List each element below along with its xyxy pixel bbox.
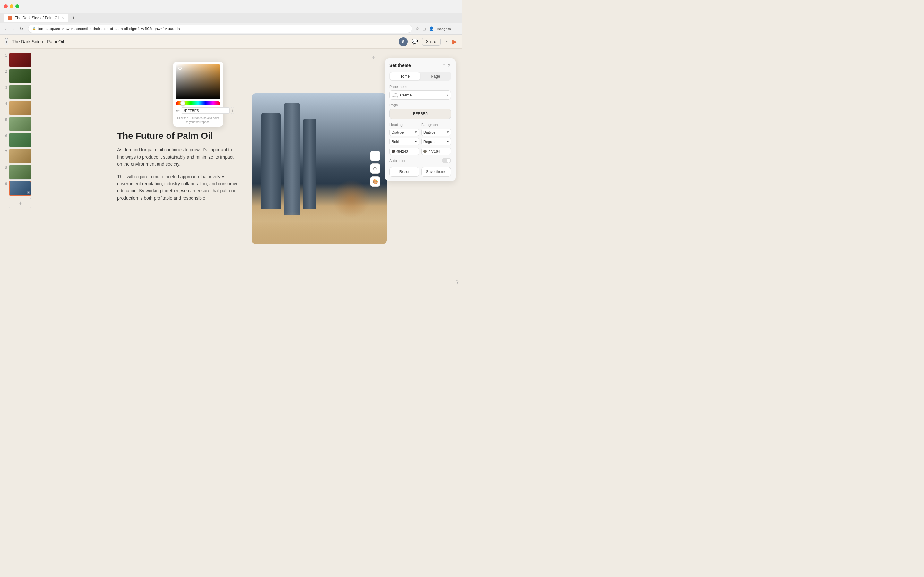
- slide-thumb-5[interactable]: 5: [3, 117, 33, 131]
- avatar-button[interactable]: S: [399, 37, 408, 46]
- header-actions: S 💬 Share ··· ▶: [399, 37, 457, 46]
- theme-selector[interactable]: Title Body Creme ▾: [389, 90, 451, 100]
- tab-tome[interactable]: Tome: [390, 73, 420, 80]
- building-3: [303, 119, 316, 209]
- active-tab[interactable]: The Dark Side of Palm Oil ✕: [4, 14, 68, 22]
- slide-title: The Future of Palm Oil: [117, 131, 239, 141]
- hex-input[interactable]: [181, 107, 230, 114]
- slide-preview-4[interactable]: [9, 101, 31, 115]
- slide-preview-1[interactable]: [9, 53, 31, 67]
- slide-number-5: 5: [3, 118, 7, 121]
- browser-chrome: [0, 0, 462, 13]
- heading-color-value: 484240: [396, 149, 408, 153]
- add-element-button[interactable]: +: [370, 151, 380, 161]
- color-theme-button[interactable]: 🎨: [370, 176, 380, 187]
- paragraph-font-selector[interactable]: Diatype ▾: [421, 129, 451, 136]
- play-button[interactable]: ▶: [452, 38, 457, 45]
- panel-title: Set theme: [389, 63, 411, 68]
- slide-thumb-1[interactable]: 1: [3, 53, 33, 67]
- drag-handle[interactable]: ⠿: [443, 64, 445, 67]
- tab-bar: The Dark Side of Palm Oil ✕ +: [0, 13, 462, 23]
- eyedropper-button[interactable]: ✏: [176, 108, 180, 113]
- slide-number-6: 6: [3, 134, 7, 137]
- add-color-button[interactable]: +: [231, 107, 234, 114]
- hue-handle[interactable]: [180, 101, 186, 106]
- bookmark-icon[interactable]: ☆: [415, 26, 420, 31]
- back-button[interactable]: ‹: [5, 38, 8, 45]
- slide-preview-7[interactable]: [9, 149, 31, 163]
- slide-thumb-9[interactable]: 9 S: [3, 181, 33, 195]
- paragraph-font-value: Diatype: [423, 131, 435, 134]
- slide-thumb-7[interactable]: 7: [3, 149, 33, 163]
- font-labels-row: Heading Paragraph: [389, 123, 451, 127]
- slide-thumb-2[interactable]: 2: [3, 69, 33, 83]
- minimize-button[interactable]: [10, 5, 13, 8]
- slide-thumb-8[interactable]: 8: [3, 165, 33, 179]
- slide-preview-9[interactable]: S: [9, 181, 31, 195]
- paragraph-weight-selector[interactable]: Regular ▾: [421, 138, 451, 145]
- target-button[interactable]: ⊙: [370, 163, 380, 174]
- panel-close-button[interactable]: ✕: [447, 63, 451, 68]
- account-icon[interactable]: 👤: [429, 26, 434, 31]
- url-text: tome.app/sarahsworkspace/the-dark-side-o…: [38, 27, 180, 31]
- extensions-icon[interactable]: ⊞: [422, 26, 426, 31]
- refresh-button[interactable]: ↻: [18, 25, 25, 33]
- help-button[interactable]: ?: [456, 279, 459, 285]
- heading-color-item[interactable]: 484240: [389, 148, 419, 155]
- back-nav-button[interactable]: ‹: [4, 25, 8, 33]
- paragraph-color-item[interactable]: 777164: [421, 148, 451, 155]
- page-color-swatch[interactable]: EFEBE5: [389, 109, 451, 119]
- title-label: Title: [393, 92, 398, 95]
- tab-close-button[interactable]: ✕: [62, 16, 65, 20]
- building-1: [262, 113, 281, 209]
- slide-preview-8[interactable]: [9, 165, 31, 179]
- address-bar: ‹ › ↻ 🔒 tome.app/sarahsworkspace/the-dar…: [0, 23, 462, 35]
- slide-thumb-3[interactable]: 3: [3, 85, 33, 99]
- color-hint: Click the + button to save a color to yo…: [176, 116, 220, 124]
- url-bar[interactable]: 🔒 tome.app/sarahsworkspace/the-dark-side…: [28, 25, 412, 33]
- heading-font-chevron: ▾: [415, 130, 417, 134]
- reset-button[interactable]: Reset: [389, 167, 419, 177]
- tab-title: The Dark Side of Palm Oil: [15, 16, 59, 20]
- hue-slider[interactable]: [176, 101, 220, 105]
- slide-body-2: This will require a multi-faceted approa…: [117, 173, 239, 202]
- main-layout: 1 2 3 4 5 6 7 8: [0, 49, 462, 288]
- chat-icon[interactable]: 💬: [412, 39, 418, 45]
- app-header: ‹ The Dark Side of Palm Oil S 💬 Share ··…: [0, 35, 462, 49]
- paragraph-color-dot: [423, 150, 427, 153]
- slide-preview-2[interactable]: [9, 69, 31, 83]
- color-dot-row: 484240 777164: [389, 148, 451, 155]
- slide-preview-5[interactable]: [9, 117, 31, 131]
- share-button[interactable]: Share: [422, 38, 441, 45]
- heading-weight-chevron: ▾: [415, 139, 417, 143]
- menu-icon[interactable]: ⋮: [454, 26, 458, 31]
- paragraph-weight-chevron: ▾: [447, 139, 449, 143]
- heading-font-selector[interactable]: Diatype ▾: [389, 129, 419, 136]
- right-toolbar: + ⊙ 🎨: [370, 151, 380, 187]
- heading-weight-selector[interactable]: Bold ▾: [389, 138, 419, 145]
- close-button[interactable]: [4, 5, 8, 8]
- color-gradient[interactable]: [176, 64, 220, 99]
- tab-page[interactable]: Page: [421, 73, 451, 80]
- expand-button[interactable]: ✛: [372, 55, 375, 60]
- auto-color-label: Auto color: [389, 159, 405, 163]
- slide-preview-3[interactable]: [9, 85, 31, 99]
- theme-icons: Title Body: [393, 92, 398, 98]
- more-options-button[interactable]: ···: [444, 39, 449, 45]
- paragraph-color-value: 777164: [428, 149, 440, 153]
- slide-thumb-6[interactable]: 6: [3, 133, 33, 147]
- new-tab-button[interactable]: +: [69, 15, 78, 21]
- slide-thumb-4[interactable]: 4: [3, 101, 33, 115]
- maximize-button[interactable]: [15, 5, 19, 8]
- slide-number-9: 9: [3, 182, 7, 185]
- auto-color-toggle[interactable]: [442, 158, 451, 163]
- add-slide-button[interactable]: +: [9, 198, 31, 208]
- forward-nav-button[interactable]: ›: [11, 25, 15, 33]
- picker-handle[interactable]: [178, 67, 182, 70]
- paragraph-weight-value: Regular: [423, 140, 436, 143]
- slide-number-2: 2: [3, 70, 7, 73]
- slide-preview-6[interactable]: [9, 133, 31, 147]
- chevron-down-icon: ▾: [447, 93, 448, 97]
- save-theme-button[interactable]: Save theme: [421, 167, 451, 177]
- page-theme-label: Page theme: [389, 85, 451, 89]
